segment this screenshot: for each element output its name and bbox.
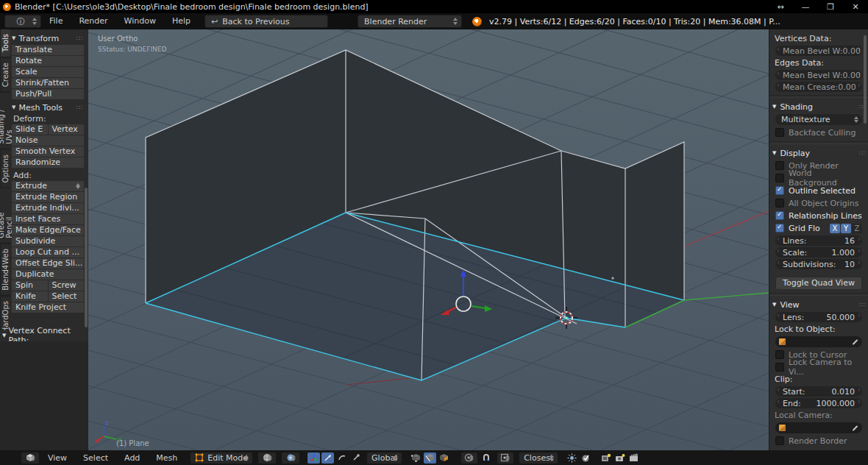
edge-select-mode-button[interactable] [424,452,436,464]
opengl-render-button[interactable] [613,452,626,464]
duplicate-button[interactable]: Duplicate [12,269,84,280]
snap-toggle[interactable] [480,452,492,464]
mean-bevel-weight-field[interactable]: Mean Bevel W:0.00 [775,70,862,80]
properties-scrollbar[interactable] [864,35,867,124]
tab-blend4web[interactable]: Blend4Web [1,244,10,295]
spin-button[interactable]: Spin [12,280,48,291]
menu-window[interactable]: Window [116,13,164,29]
grid-axis-z-toggle[interactable]: Z [852,224,862,233]
window-minimize-button[interactable]: — [793,2,818,12]
lens-field[interactable]: Lens:50.000 [775,312,862,322]
offset-edge-slide-button[interactable]: Offset Edge Sli... [12,258,84,269]
menu-view[interactable]: View [40,453,75,463]
menu-mesh[interactable]: Mesh [148,453,185,463]
randomize-button[interactable]: Randomize [12,157,84,168]
grid-floor-checkbox[interactable] [775,224,784,232]
subdivide-button[interactable]: Subdivide [12,236,84,246]
eyedropper-icon[interactable] [853,339,858,345]
lock-to-object-field[interactable] [775,336,862,347]
vertex-dot[interactable] [611,277,613,279]
relationship-lines-checkbox[interactable]: Relationship Lines [775,210,862,221]
panel-grip-icon[interactable]: ∷∷ [859,302,865,308]
panel-grip-icon[interactable]: ∷∷ [77,35,84,42]
manipulator-toggle[interactable] [307,452,320,464]
loop-cut-button[interactable]: Loop Cut and ... [12,247,84,258]
screw-button[interactable]: Screw [49,280,85,291]
panel-grip-icon[interactable]: ∷∷ [859,150,865,157]
pivot-point-select[interactable] [281,452,300,464]
mean-crease-field[interactable]: Mean Crease:0.00 [775,82,862,92]
knife-select-button[interactable]: Select [49,291,85,302]
rotate-button[interactable]: Rotate [12,56,84,66]
tab-tools[interactable]: Tools [1,29,10,57]
snap-target-select[interactable]: Closest [519,452,558,464]
mesh-tools-panel-header[interactable]: ▼ Mesh Tools ∷∷ [10,102,84,113]
noise-button[interactable]: Noise [12,135,84,146]
render-border-checkbox[interactable]: Render Border [775,435,862,447]
shrink-fatten-button[interactable]: Shrink/Fatten [12,78,84,88]
panel-grip-icon[interactable]: ∷∷ [77,104,84,111]
clip-end-field[interactable]: End:1000.000 [775,398,862,408]
knife-button[interactable]: Knife [12,291,48,302]
grid-axis-x-toggle[interactable]: X [830,224,840,233]
menu-file[interactable]: File [41,13,71,29]
opengl-render-anim-button[interactable] [627,452,640,464]
window-close-button[interactable]: ✕ [843,2,868,12]
viewport-shading-select[interactable] [257,452,277,464]
editor-type-button[interactable] [21,452,40,464]
tab-create[interactable]: Create [1,58,10,91]
menu-render[interactable]: Render [71,13,115,29]
world-background-checkbox[interactable]: World Background [775,172,862,184]
grid-axis-y-toggle[interactable]: Y [841,224,851,233]
slide-edge-button[interactable]: Slide E [12,124,48,135]
grid-lines-field[interactable]: Lines:16 [775,235,862,246]
snap-element-select[interactable] [497,452,514,464]
vertex-select-mode-button[interactable] [410,452,422,464]
extrude-individual-button[interactable]: Extrude Indivi... [12,203,84,213]
make-edge-face-button[interactable]: Make Edge/Face [12,225,84,235]
shading-panel-header[interactable]: ▼ Shading ∷∷ [772,101,865,113]
menu-select[interactable]: Select [75,453,116,463]
scale-manipulator-toggle[interactable] [349,452,362,464]
mean-bevel-weight-field[interactable]: Mean Bevel W:0.00 [775,46,862,56]
viewport-canvas[interactable]: z y [88,29,769,450]
transform-panel-header[interactable]: ▼ Transform ∷∷ [10,33,84,43]
scale-button[interactable]: Scale [12,67,84,77]
vertex-slide-button[interactable]: Vertex [49,124,85,135]
editor-type-button[interactable]: ⓘ [4,15,41,28]
render-engine-select[interactable]: Blender Render [357,15,462,28]
lock-camera-to-view-checkbox[interactable]: Lock Camera to Vi... [775,361,862,373]
checkbox[interactable] [775,128,784,137]
transform-snap-button[interactable] [600,452,612,464]
smooth-vertex-button[interactable]: Smooth Vertex [12,146,84,157]
clip-start-field[interactable]: Start:0.010 [775,386,862,397]
grid-scale-field[interactable]: Scale:1.000 [775,247,862,258]
mode-select[interactable]: Edit Mode [190,452,253,464]
tab-options[interactable]: Options [1,150,10,188]
extrude-region-button[interactable]: Extrude Region [12,192,84,202]
window-maximize-button[interactable]: ❐ [818,2,843,12]
translate-manipulator-toggle[interactable] [321,452,334,464]
face-select-mode-button[interactable] [438,452,450,464]
outline-selected-checkbox[interactable]: Outline Selected [775,185,862,196]
vertex-connect-path-header[interactable]: ▼ Vertex Connect Path: [0,330,87,341]
toggle-quad-view-button[interactable]: Toggle Quad View [775,277,862,290]
push-pull-button[interactable]: Push/Pull [12,89,84,99]
window-resize-icon[interactable]: ↔ [768,2,793,12]
local-camera-field[interactable] [775,422,862,433]
backface-culling-checkbox[interactable]: Backface Culling [775,127,862,138]
inset-faces-button[interactable]: Inset Faces [12,214,84,224]
eyedropper-icon[interactable] [853,425,858,431]
menu-help[interactable]: Help [164,13,199,29]
proportional-editing-select[interactable] [460,452,478,464]
menu-add[interactable]: Add [116,453,148,463]
extrude-button[interactable]: Extrude [12,181,84,191]
knife-project-button[interactable]: Knife Project [12,302,84,313]
display-panel-header[interactable]: ▼ Display ∷∷ [772,147,865,159]
back-to-previous-button[interactable]: ↩ Back to Previous [204,15,328,28]
occlude-geometry-toggle[interactable] [580,452,592,464]
tool-shelf-scrollbar[interactable] [85,188,88,327]
view-panel-header[interactable]: ▼ View ∷∷ [772,299,865,310]
translate-button[interactable]: Translate [12,45,84,55]
viewport-3d[interactable]: z y User Ortho SStatus: UNDEFINED (1) Pl… [88,29,769,450]
